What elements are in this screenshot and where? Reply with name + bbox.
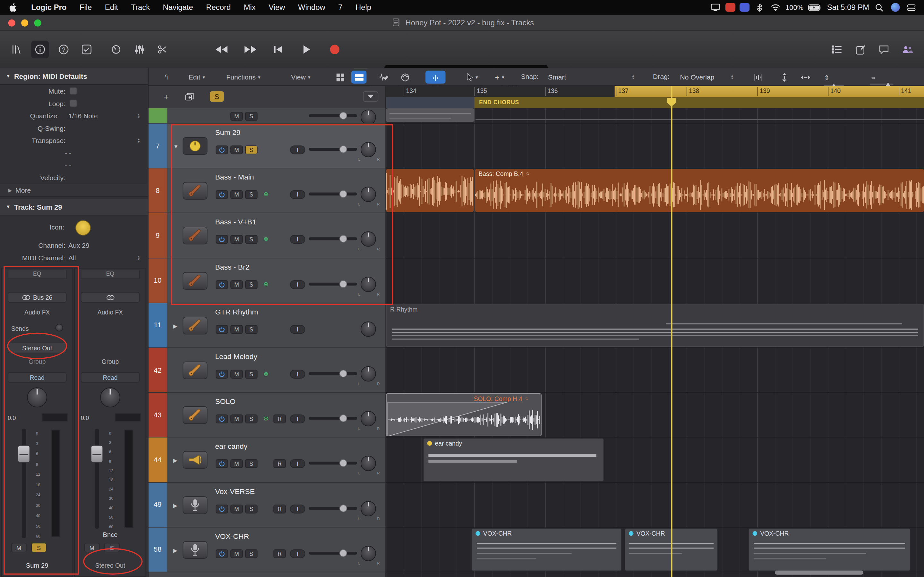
spotlight-icon[interactable] <box>873 3 885 12</box>
power-button[interactable] <box>216 414 228 424</box>
lane-ear-candy[interactable]: ear candy <box>386 438 924 482</box>
mute-button[interactable]: M <box>230 504 243 513</box>
mute-button[interactable]: M <box>230 414 243 424</box>
screen-mirroring-icon[interactable] <box>709 3 721 12</box>
mute-checkbox[interactable] <box>69 87 78 95</box>
input-monitor-button[interactable]: I <box>290 459 305 468</box>
record-status-badge[interactable] <box>725 3 735 12</box>
secondary-tool-selector[interactable]: +▾ <box>491 71 508 83</box>
lane-bass-br2[interactable] <box>386 258 924 303</box>
region-ear-candy[interactable]: ear candy <box>423 438 604 481</box>
mute-button[interactable]: M <box>230 325 243 334</box>
strip-mute-button[interactable]: M <box>11 543 27 552</box>
volume-slider[interactable] <box>309 237 357 240</box>
solo-button[interactable]: S <box>245 459 258 468</box>
power-button[interactable] <box>216 190 228 199</box>
strip-name[interactable]: Sum 29 <box>2 562 73 569</box>
menu-view[interactable]: View <box>262 3 292 12</box>
solo-button[interactable]: S <box>245 504 258 513</box>
disclosure-triangle[interactable]: ▼ <box>173 143 178 149</box>
solo-button[interactable]: S <box>245 112 258 121</box>
view-menu[interactable]: View▾ <box>288 71 314 83</box>
input-monitor-button[interactable]: I <box>290 549 305 558</box>
mute-button[interactable]: M <box>230 459 243 468</box>
list-editors-button[interactable] <box>828 41 846 58</box>
track-header-vox-chr[interactable]: 58 ▶ VOX-CHR M S R I LR <box>149 527 385 572</box>
menu-track[interactable]: Track <box>124 3 156 12</box>
quantize-value[interactable]: 1/16 Note <box>68 112 98 119</box>
lane-bass-main[interactable]: Bass: Comp B.4○ <box>386 169 924 213</box>
power-button[interactable] <box>216 370 228 379</box>
channel-value[interactable]: Aux 29 <box>68 242 89 249</box>
record-enable-button[interactable]: R <box>273 549 286 558</box>
solo-button[interactable]: S <box>245 145 258 155</box>
vertical-zoom-button[interactable] <box>777 71 792 83</box>
volume-fader[interactable]: 036912182430405060 <box>2 429 73 538</box>
quantize-stepper[interactable]: ▴▾ <box>136 113 142 119</box>
track-header-gtr-rhythm[interactable]: 11 ▶ GTR Rhythm M S I <box>149 303 385 348</box>
track-header-bass-main[interactable]: 8 Bass - Main M S ❄ I LR <box>149 169 385 213</box>
pan-knob[interactable] <box>360 142 376 157</box>
rewind-button[interactable] <box>213 41 230 58</box>
record-enable-button[interactable]: R <box>273 504 286 513</box>
volume-slider[interactable] <box>309 372 357 375</box>
pan-knob[interactable] <box>360 411 376 426</box>
mute-button[interactable]: M <box>230 549 243 558</box>
marker-end-chorus[interactable]: END CHORUS <box>475 97 924 108</box>
midi-channel-value[interactable]: All <box>68 254 76 261</box>
region-inspector-header[interactable]: ▼Region: MIDI Defaults <box>0 68 148 85</box>
add-track-button[interactable]: + <box>159 91 173 103</box>
lane-bass-vb1[interactable] <box>386 213 924 258</box>
power-button[interactable] <box>216 549 228 558</box>
region-vox-chr-3[interactable]: VOX-CHR <box>748 528 911 571</box>
strip-output-label[interactable]: Stereo Out <box>75 562 145 569</box>
back-arrow-icon[interactable]: ↰ <box>159 71 174 83</box>
eq-display[interactable]: EQ <box>8 269 67 279</box>
region-bass-comp[interactable]: Bass: Comp B.4○ <box>475 169 924 212</box>
freeze-icon[interactable]: ❄ <box>260 235 272 244</box>
wifi-icon[interactable] <box>769 3 781 12</box>
track-header-lead-melody[interactable]: 42 Lead Melody M S ❄ I LR <box>149 348 385 393</box>
input-monitor-button[interactable]: I <box>290 414 305 424</box>
menu-script[interactable]: 7 <box>332 3 349 12</box>
menu-navigate[interactable]: Navigate <box>156 3 200 12</box>
smart-controls-button[interactable] <box>107 41 125 58</box>
track-header-sum29[interactable]: 7 ▼ Sum 29 M S I LR <box>149 124 385 169</box>
fader-thumb[interactable] <box>18 445 30 463</box>
input-button[interactable]: Bus 26 <box>8 292 67 303</box>
track-icon[interactable] <box>183 406 207 424</box>
track-header-partial[interactable]: M S <box>149 108 385 124</box>
mute-button[interactable]: M <box>230 280 243 289</box>
freeze-icon[interactable]: ❄ <box>260 414 272 424</box>
track-icon[interactable] <box>183 451 207 469</box>
lane-vox-verse[interactable] <box>386 482 924 527</box>
automation-mode-button[interactable]: Read <box>81 372 140 383</box>
menu-clock[interactable]: Sat 5:09 PM <box>827 3 869 12</box>
control-center-icon[interactable] <box>905 3 917 12</box>
freeze-icon[interactable]: ❄ <box>260 280 272 289</box>
drag-dropdown[interactable]: No Overlap▴▾ <box>677 71 739 83</box>
track-inspector-header[interactable]: ▼Track: Sum 29 <box>0 199 148 215</box>
mute-button[interactable]: M <box>230 235 243 244</box>
input-monitor-button[interactable]: I <box>290 145 305 155</box>
loop-browser-button[interactable] <box>875 41 893 58</box>
gain-readout[interactable]: 0.0 <box>81 414 89 421</box>
input-monitor-button[interactable]: I <box>290 190 305 199</box>
inspector-button[interactable] <box>31 41 49 58</box>
solo-button[interactable]: S <box>245 280 258 289</box>
mute-button[interactable]: M <box>230 145 243 155</box>
snap-dropdown[interactable]: Smart▴▾ <box>544 71 640 83</box>
horizontal-zoom-button[interactable] <box>798 71 813 83</box>
send-knob[interactable] <box>55 324 63 332</box>
horizontal-scrollbar[interactable] <box>775 571 863 575</box>
region-partial[interactable] <box>386 108 475 122</box>
group-slot[interactable]: Group <box>2 358 73 365</box>
volume-slider[interactable] <box>309 282 357 285</box>
fader-thumb[interactable] <box>91 445 103 463</box>
solo-indicator-button[interactable]: S <box>210 91 224 102</box>
audio-fx-slot[interactable]: Audio FX <box>2 308 73 316</box>
track-header-ear-candy[interactable]: 44 ▶ ear candy M S R I LR <box>149 438 385 482</box>
arrange-area[interactable]: Bass: Comp B.4○ R Rhythm <box>386 108 924 577</box>
region-bass-tail[interactable] <box>386 169 474 212</box>
menu-record[interactable]: Record <box>200 3 237 12</box>
